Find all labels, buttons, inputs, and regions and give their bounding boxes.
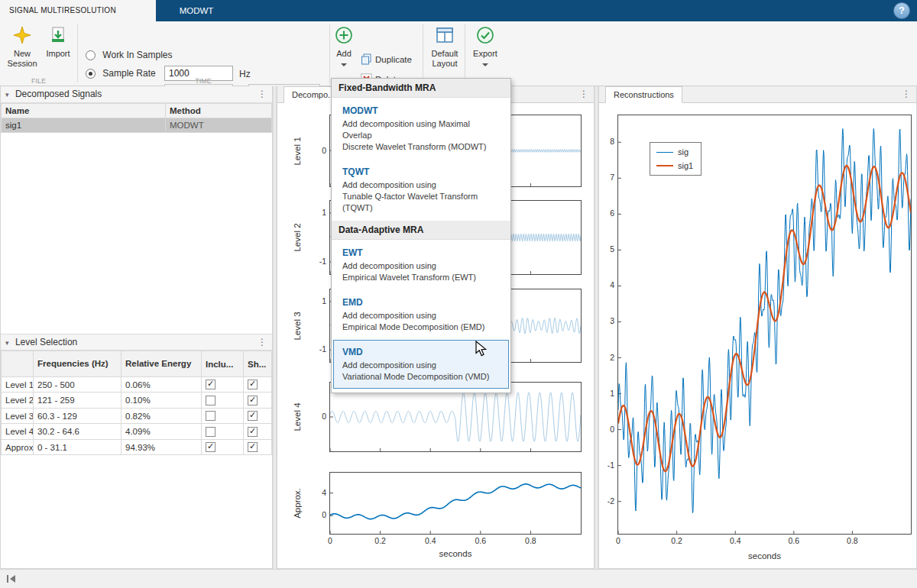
- table-row-approx[interactable]: Approx. 0 - 31.1 94.93%: [2, 439, 272, 454]
- menu-section-header: Fixed-Bandwidth MRA: [332, 79, 510, 98]
- file-section-label: FILE: [0, 77, 77, 85]
- y-tick-label: 7: [610, 173, 614, 183]
- menu-item-desc: Add decomposition usingEmpirical Wavelet…: [342, 260, 500, 283]
- left-panel: ▾ Decomposed Signals ⋮ Name Method sig1 …: [0, 86, 273, 569]
- mouse-cursor-icon: [475, 341, 489, 360]
- col-header-method[interactable]: Method: [166, 104, 272, 118]
- panel-menu-icon[interactable]: ⋮: [901, 89, 912, 100]
- default-layout-button[interactable]: Default Layout: [426, 24, 463, 69]
- y-tick-label: 6: [610, 209, 614, 218]
- x-tick-label: 0.6: [788, 536, 799, 545]
- collapse-triangle-icon[interactable]: ▾: [5, 339, 9, 347]
- y-tick-label: 0: [610, 425, 614, 434]
- col-header-show[interactable]: Sh...: [244, 351, 272, 377]
- include-checkbox[interactable]: [206, 380, 215, 389]
- reconstructions-tabbar: Reconstructions ⋮: [599, 86, 916, 103]
- add-dropdown-caret-icon[interactable]: [341, 63, 347, 66]
- include-checkbox[interactable]: [206, 411, 215, 421]
- include-checkbox[interactable]: [206, 396, 215, 405]
- export-dropdown-caret-icon[interactable]: [482, 63, 488, 66]
- energy-cell: 0.06%: [122, 377, 202, 393]
- x-tick-label: 0.2: [671, 536, 682, 545]
- x-tick-label: 0.8: [847, 536, 858, 545]
- new-session-label: New Session: [7, 49, 37, 68]
- approx-axis-label: Approx.: [293, 488, 302, 519]
- table-row-level2[interactable]: Level 2 121 - 259 0.10%: [2, 393, 272, 408]
- default-layout-icon: [426, 26, 463, 47]
- collapse-panel-icon[interactable]: [6, 574, 17, 586]
- y-tick-label: -1: [319, 257, 326, 266]
- energy-cell: 0.10%: [122, 393, 202, 408]
- menu-item-emd[interactable]: EMD Add decomposition usingEmpirical Mod…: [333, 290, 509, 339]
- export-icon: [468, 26, 502, 47]
- menu-item-title: EWT: [342, 247, 500, 258]
- add-button[interactable]: Add: [332, 24, 356, 69]
- y-tick-label: -1: [319, 345, 326, 354]
- y-tick-label: 4: [610, 281, 614, 290]
- table-row-level3[interactable]: Level 3 60.3 - 129 0.82%: [2, 408, 272, 423]
- freq-cell: 121 - 259: [34, 393, 122, 408]
- x-tick-label: 0.6: [475, 536, 486, 545]
- signal-name-cell[interactable]: sig1: [2, 118, 166, 133]
- reconstructions-xaxis-label: seconds: [617, 551, 912, 561]
- menu-item-title: MODWT: [342, 105, 500, 116]
- menu-item-tqwt[interactable]: TQWT Add decomposition usingTunable Q-fa…: [333, 160, 509, 220]
- col-header-name[interactable]: Name: [2, 104, 166, 118]
- table-row-level4[interactable]: Level 4 30.2 - 64.6 4.09%: [2, 424, 272, 439]
- energy-cell: 94.93%: [122, 439, 202, 454]
- legend-label: sig: [678, 147, 689, 157]
- legend-line-sample: [656, 165, 673, 166]
- show-checkbox[interactable]: [248, 427, 258, 437]
- panel-menu-icon[interactable]: ⋮: [578, 89, 589, 100]
- toolbar-divider: [77, 24, 78, 82]
- work-in-samples-radio[interactable]: Work In Samples: [86, 50, 173, 60]
- freq-cell: 60.3 - 129: [34, 408, 122, 423]
- reconstructions-panel: Reconstructions ⋮ -2-101234567800.20.40.…: [598, 86, 917, 569]
- duplicate-label: Duplicate: [375, 55, 412, 64]
- plot-legend[interactable]: sigsig1: [650, 142, 702, 176]
- show-checkbox[interactable]: [248, 411, 258, 421]
- import-button[interactable]: Import: [41, 24, 75, 59]
- col-header-include[interactable]: Inclu...: [202, 351, 244, 377]
- show-checkbox[interactable]: [248, 442, 258, 452]
- show-checkbox[interactable]: [248, 380, 258, 389]
- title-tabstrip: SIGNAL MULTIRESOLUTION ANALYZER MODWT ?: [0, 0, 917, 21]
- x-tick-label: 0.2: [374, 536, 386, 545]
- y-tick-label: 1: [322, 296, 326, 305]
- panel-menu-icon[interactable]: ⋮: [257, 89, 267, 100]
- decomposed-signals-title: Decomposed Signals: [15, 89, 102, 99]
- y-tick-label: 0: [322, 412, 326, 421]
- freq-cell: 0 - 31.1: [34, 439, 122, 454]
- table-row-level1[interactable]: Level 1 250 - 500 0.06%: [2, 377, 272, 393]
- col-header-energy[interactable]: Relative Energy: [122, 351, 202, 377]
- export-button[interactable]: Export: [468, 24, 502, 69]
- y-tick-label: 0: [322, 146, 326, 155]
- help-icon[interactable]: ?: [893, 2, 910, 19]
- work-in-samples-label: Work In Samples: [102, 50, 172, 60]
- tab-analyzer[interactable]: SIGNAL MULTIRESOLUTION ANALYZER: [0, 0, 156, 21]
- x-tick-label: 0.8: [525, 536, 536, 545]
- include-checkbox[interactable]: [206, 427, 215, 437]
- menu-item-modwt[interactable]: MODWT Add decomposition using Maximal Ov…: [333, 99, 509, 159]
- menu-item-ewt[interactable]: EWT Add decomposition usingEmpirical Wav…: [333, 241, 509, 289]
- legend-entry: sig: [656, 145, 693, 159]
- collapse-triangle-icon[interactable]: ▾: [5, 91, 9, 99]
- show-checkbox[interactable]: [248, 396, 258, 405]
- signal-method-cell[interactable]: MODWT: [166, 118, 272, 133]
- tab-modwt[interactable]: MODWT: [156, 0, 237, 21]
- level-selection-table: Frequencies (Hz) Relative Energy Inclu..…: [1, 351, 272, 455]
- new-session-button[interactable]: New Session: [5, 24, 40, 69]
- col-header-frequencies[interactable]: Frequencies (Hz): [34, 351, 122, 377]
- y-tick-label: 0: [322, 511, 326, 520]
- duplicate-icon: [361, 53, 372, 65]
- duplicate-button[interactable]: Duplicate: [361, 53, 412, 65]
- import-label: Import: [46, 49, 70, 58]
- tab-reconstructions[interactable]: Reconstructions: [605, 86, 682, 103]
- table-row-sig1[interactable]: sig1 MODWT: [2, 118, 272, 133]
- work-in-samples-radio-circle[interactable]: [86, 50, 96, 60]
- include-checkbox[interactable]: [206, 442, 215, 452]
- level-selection-title: Level Selection: [15, 337, 77, 347]
- panel-menu-icon[interactable]: ⋮: [257, 337, 267, 348]
- menu-item-desc: Add decomposition usingEmpirical Mode De…: [342, 310, 500, 333]
- legend-entry: sig1: [656, 159, 693, 173]
